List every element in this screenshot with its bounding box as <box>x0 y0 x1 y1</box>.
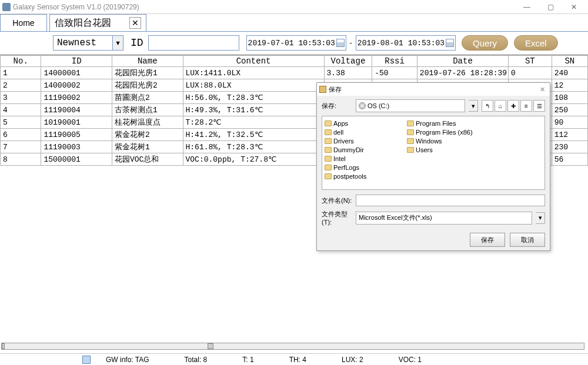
col-name[interactable]: Name <box>112 56 183 67</box>
app-icon <box>2 3 11 11</box>
date-to-input[interactable]: 2019-08-01 10:53:03 <box>356 35 456 51</box>
filetype-dropdown[interactable]: Microsoft Excel文件(*.xls) <box>356 212 532 225</box>
cell-no: 6 <box>1 129 41 141</box>
tab-active-label: 信致阳台花园 <box>55 17 111 29</box>
folder-icon <box>407 120 414 126</box>
folder-item[interactable]: Intel <box>325 154 395 163</box>
cell-content: LUX:1411.0LX <box>183 67 324 79</box>
cell-voltage: 3.38 <box>324 67 372 79</box>
tab-home[interactable]: Home <box>0 14 47 31</box>
calendar-icon[interactable] <box>446 39 454 47</box>
cell-date: 2019-07-26 18:28:39 <box>417 67 508 79</box>
horizontal-scrollbar[interactable] <box>1 343 584 350</box>
excel-button[interactable]: Excel <box>514 35 558 51</box>
folder-item[interactable]: Program Files (x86) <box>407 128 477 136</box>
col-voltage[interactable]: Voltage <box>324 56 372 67</box>
folder-icon <box>325 173 332 179</box>
status-voc: VOC: 1 <box>399 356 422 364</box>
window-title: Galaxy Sensor System V1.0 (20190729) <box>13 3 139 11</box>
status-t: T: 1 <box>242 356 253 364</box>
chevron-down-icon[interactable]: ▾ <box>112 36 123 50</box>
folder-list[interactable]: AppsdellDriversDummyDirIntelPerfLogspost… <box>322 116 545 190</box>
col-sn[interactable]: SN <box>552 56 587 67</box>
folder-name: dell <box>333 129 343 136</box>
folder-icon <box>325 129 332 135</box>
dialog-close-button[interactable]: ✕ <box>537 85 547 94</box>
folder-item[interactable]: postpetools <box>325 172 395 180</box>
cell-sn: 112 <box>552 129 587 141</box>
cell-name: 花园阳光房2 <box>112 79 183 92</box>
col-no[interactable]: No. <box>1 56 41 67</box>
dialog-save-button[interactable]: 保存 <box>470 233 505 247</box>
tab-active[interactable]: 信致阳台花园 ✕ <box>49 14 146 31</box>
dialog-cancel-button[interactable]: 取消 <box>510 233 545 247</box>
cell-sn: 240 <box>552 67 587 79</box>
chevron-down-icon[interactable]: ▾ <box>469 100 478 112</box>
calendar-icon[interactable] <box>336 39 345 47</box>
save-in-dropdown[interactable]: OS (C:) <box>356 99 465 112</box>
save-in-value: OS (C:) <box>368 102 389 109</box>
folder-item[interactable]: Users <box>407 145 477 154</box>
folder-item[interactable]: Apps <box>325 119 395 128</box>
up-folder-icon[interactable]: ↰ <box>482 100 493 112</box>
folder-name: Program Files (x86) <box>416 129 473 136</box>
tab-home-label: Home <box>12 18 34 28</box>
folder-item[interactable]: Drivers <box>325 136 395 145</box>
details-view-icon[interactable]: ☰ <box>533 100 545 112</box>
tabs-row: Home 信致阳台花园 ✕ <box>0 14 588 32</box>
table-header-row: No. ID Name Content Voltage Rssi Date ST… <box>1 56 588 67</box>
query-button[interactable]: Query <box>462 35 508 51</box>
cell-st: 0 <box>509 67 552 79</box>
folder-item[interactable]: dell <box>325 128 395 136</box>
cell-name: 花园VOC总和 <box>112 153 183 166</box>
col-content[interactable]: Content <box>183 56 324 67</box>
cell-id: 11190005 <box>41 129 112 141</box>
cell-no: 5 <box>1 116 41 129</box>
table-row[interactable]: 114000001花园阳光房1LUX:1411.0LX3.38-502019-0… <box>1 67 588 79</box>
cell-id: 11190004 <box>41 104 112 116</box>
save-dialog-titlebar[interactable]: 保存 ✕ <box>317 83 550 96</box>
scroll-thumb[interactable] <box>208 343 213 349</box>
cell-rssi: -50 <box>372 67 417 79</box>
col-st[interactable]: ST <box>509 56 552 67</box>
cell-no: 1 <box>1 67 41 79</box>
home-icon[interactable]: ⌂ <box>495 100 506 112</box>
cell-no: 3 <box>1 92 41 104</box>
filename-input[interactable] <box>356 195 545 206</box>
id-input[interactable] <box>148 35 239 51</box>
folder-icon <box>325 165 332 170</box>
cell-name: 花园阳光房1 <box>112 67 183 79</box>
folder-item[interactable]: Program Files <box>407 119 477 128</box>
folder-item[interactable]: Windows <box>407 136 477 145</box>
cell-sn: 230 <box>552 141 587 153</box>
cell-id: 11190003 <box>41 141 112 153</box>
sort-dropdown[interactable]: Newnest ▾ <box>53 35 123 51</box>
new-folder-icon[interactable]: ✚ <box>507 100 519 112</box>
cell-content: LUX:88.0LX <box>183 79 324 92</box>
folder-item[interactable]: PerfLogs <box>325 163 395 172</box>
col-rssi[interactable]: Rssi <box>372 56 417 67</box>
tab-close-button[interactable]: ✕ <box>129 17 141 29</box>
statusbar: GW info: TAG Total: 8 T: 1 TH: 4 LUX: 2 … <box>0 353 588 365</box>
cell-sn: 56 <box>552 153 587 166</box>
maximize-button[interactable]: ▢ <box>539 0 562 14</box>
scroll-thumb[interactable] <box>2 343 5 349</box>
col-id[interactable]: ID <box>41 56 112 67</box>
folder-icon <box>325 147 332 153</box>
date-range-dash: - <box>350 39 352 47</box>
chevron-down-icon[interactable]: ▾ <box>536 212 545 224</box>
minimize-button[interactable]: — <box>515 0 539 14</box>
folder-name: Windows <box>416 138 442 145</box>
folder-item[interactable]: DummyDir <box>325 145 395 154</box>
date-from-input[interactable]: 2019-07-01 10:53:03 <box>246 35 346 51</box>
status-gw: GW info: TAG <box>106 356 149 364</box>
cell-sn: 250 <box>552 104 587 116</box>
list-view-icon[interactable]: ≡ <box>520 100 532 112</box>
col-date[interactable]: Date <box>417 56 508 67</box>
cell-content: T:28.2℃ <box>183 116 324 129</box>
save-icon <box>319 86 326 93</box>
cell-id: 14000001 <box>41 67 112 79</box>
close-window-button[interactable]: ✕ <box>562 0 586 14</box>
cell-content: H:61.8%, T:28.3℃ <box>183 141 324 153</box>
cell-no: 7 <box>1 141 41 153</box>
